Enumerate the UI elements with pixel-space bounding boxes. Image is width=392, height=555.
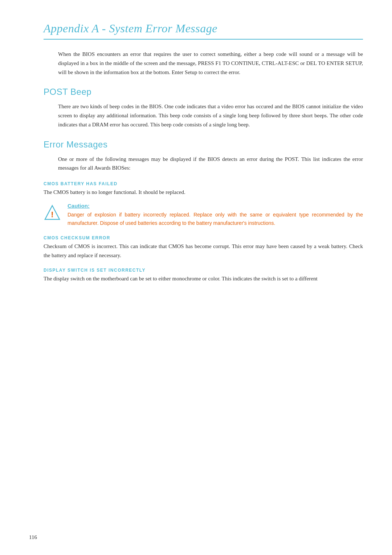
post-beep-body: There are two kinds of beep codes in the… (58, 102, 363, 129)
caution-content: Caution: Danger of explosion if battery … (68, 203, 363, 227)
caution-box: ! Caution: Danger of explosion if batter… (44, 203, 363, 227)
page-content: Appendix A - System Error Message When t… (0, 0, 392, 316)
intro-paragraph: When the BIOS encounters an error that r… (58, 50, 363, 77)
caution-text: Danger of explosion if battery incorrect… (68, 211, 363, 227)
cmos-battery-subheading: CMOS BATTERY HAS FAILED (44, 181, 363, 186)
page-title: Appendix A - System Error Message (44, 22, 363, 35)
cmos-checksum-body: Checksum of CMOS is incorrect. This can … (44, 242, 363, 260)
error-messages-heading: Error Messages (44, 139, 363, 150)
svg-text:!: ! (51, 210, 53, 219)
caution-title: Caution: (68, 203, 363, 209)
post-beep-heading: POST Beep (44, 87, 363, 97)
page-number: 116 (29, 534, 37, 540)
warning-triangle-icon: ! (44, 204, 61, 222)
error-messages-body: One or more of the following messages ma… (58, 155, 363, 173)
display-switch-body: The display switch on the motherboard ca… (44, 274, 363, 283)
cmos-checksum-subheading: CMOS CHECKSUM ERROR (44, 235, 363, 240)
title-divider (44, 39, 363, 40)
cmos-battery-body: The CMOS battery is no longer functional… (44, 188, 363, 197)
display-switch-subheading: DISPLAY SWITCH IS SET INCORRECTLY (44, 268, 363, 273)
